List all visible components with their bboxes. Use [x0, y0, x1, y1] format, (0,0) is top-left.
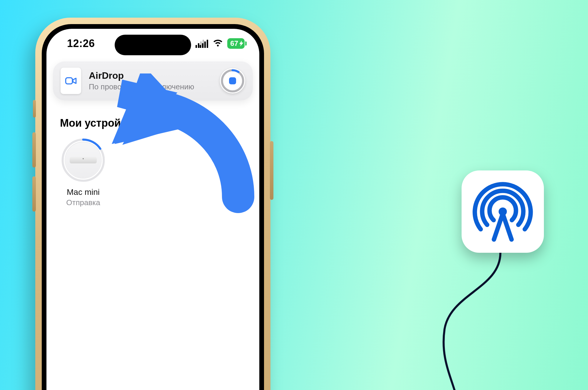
iphone-frame: 12:26 — [35, 18, 270, 390]
charging-bolt-icon — [239, 41, 243, 46]
banner-title: AirDrop — [89, 70, 212, 81]
banner-texts: AirDrop По проводному подключению — [89, 70, 212, 91]
volume-down-button — [32, 176, 36, 212]
dynamic-island — [115, 35, 191, 55]
svg-rect-5 — [202, 43, 203, 48]
dual-sim-signal-icon — [196, 39, 208, 48]
file-thumbnail — [61, 68, 81, 94]
svg-rect-1 — [198, 43, 199, 48]
airdrop-app-icon — [462, 170, 544, 253]
status-icons: 67 — [196, 38, 245, 49]
device-status-label: Отправка — [58, 198, 108, 207]
device-mac-mini[interactable]: Mac mini Отправка — [58, 138, 108, 207]
svg-rect-0 — [196, 45, 197, 48]
airdrop-content: Мои устройства Mac mini Отправка — [46, 111, 259, 207]
device-avatar — [61, 138, 105, 182]
battery-indicator: 67 — [227, 38, 245, 49]
banner-subtitle: По проводному подключению — [89, 82, 212, 91]
cable-line — [415, 253, 503, 390]
device-name-label: Mac mini — [58, 188, 108, 197]
airdrop-icon — [472, 181, 534, 242]
stop-transfer-button[interactable] — [220, 68, 245, 93]
silent-switch — [33, 100, 36, 118]
my-devices-heading: Мои устройства — [60, 117, 248, 129]
mac-mini-icon — [70, 157, 97, 163]
stop-icon — [228, 76, 237, 85]
svg-rect-7 — [207, 40, 208, 48]
svg-rect-6 — [204, 41, 206, 48]
wifi-icon — [213, 39, 223, 48]
svg-rect-8 — [66, 78, 73, 84]
svg-rect-4 — [200, 45, 201, 48]
power-button — [270, 141, 273, 200]
video-icon — [65, 75, 77, 87]
battery-percent: 67 — [230, 39, 238, 48]
phone-bezel: 12:26 — [42, 24, 264, 390]
volume-up-button — [32, 132, 36, 168]
status-time: 12:26 — [67, 37, 95, 50]
phone-screen: 12:26 — [46, 29, 259, 390]
airdrop-transfer-banner[interactable]: AirDrop По проводному подключению — [53, 61, 253, 101]
svg-rect-10 — [229, 77, 236, 84]
